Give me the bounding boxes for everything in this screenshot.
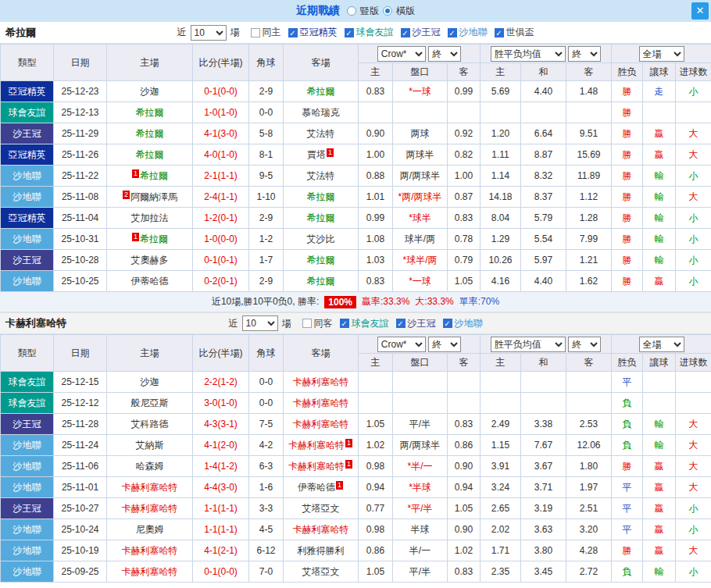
summary-text: 贏率:33.3% xyxy=(362,295,409,308)
euro-home-odds: 2.35 xyxy=(481,561,521,583)
odds-provider-select[interactable]: Crow* xyxy=(377,46,426,62)
team-name: 希拉爾 xyxy=(307,212,335,223)
checkbox-checked-icon[interactable]: ✓ xyxy=(396,319,406,328)
filter-checkbox[interactable]: ✓球會友誼 xyxy=(345,26,394,39)
filter-checkbox[interactable]: ✓沙地聯 xyxy=(443,317,483,330)
near-label: 近 xyxy=(229,317,238,330)
radio-vertical[interactable] xyxy=(347,6,356,16)
league-badge: 沙地聯 xyxy=(1,519,54,540)
euro-home-odds xyxy=(481,372,521,393)
filter-checkbox[interactable]: ✓世俱盃 xyxy=(495,26,534,39)
team-name: 艾法特 xyxy=(307,128,335,139)
summary-bar: 近10場,勝10平0负0, 勝率:100%贏率:33.3%大:33.3%單率:7… xyxy=(0,292,711,312)
filter-label[interactable]: 同客 xyxy=(314,317,333,330)
team-name: 艾奧赫多 xyxy=(131,255,169,265)
filter-label[interactable]: 同主 xyxy=(263,26,281,39)
filter-checkbox[interactable]: ✓沙王冠 xyxy=(396,317,436,330)
checkbox-checked-icon[interactable]: ✓ xyxy=(443,319,452,328)
filter-label[interactable]: 沙地聯 xyxy=(459,26,488,39)
result-handicap: 輸 xyxy=(643,561,676,583)
checkbox-unchecked-icon[interactable] xyxy=(302,319,312,328)
handicap-home-odds: 0.83 xyxy=(359,81,393,102)
euro-away-odds: 1.80 xyxy=(566,456,612,477)
recent-count-select[interactable]: 10 xyxy=(191,25,227,41)
euro-home-odds: 5.69 xyxy=(481,81,521,102)
checkbox-checked-icon[interactable]: ✓ xyxy=(345,28,354,37)
handicap-away-odds: 0.83 xyxy=(448,561,481,583)
corner-score: 6-12 xyxy=(249,540,284,561)
euro-draw-odds: 3.19 xyxy=(521,498,566,519)
euro-draw-odds: 6.64 xyxy=(521,123,566,144)
checkbox-checked-icon[interactable]: ✓ xyxy=(288,28,298,37)
home-team: 哈森姆 xyxy=(107,456,193,477)
euro-final-select[interactable]: 終 xyxy=(568,337,601,352)
radio-horizontal[interactable] xyxy=(383,6,392,16)
filter-checkbox[interactable]: 同主 xyxy=(251,26,281,39)
radio-horizontal-label[interactable]: 橫版 xyxy=(396,5,415,18)
corner-score: 0-0 xyxy=(249,102,284,123)
handicap-home-odds: 0.99 xyxy=(359,208,393,229)
filter-checkbox[interactable]: ✓亞冠精英 xyxy=(288,26,338,39)
recent-count-select[interactable]: 10 xyxy=(242,315,278,331)
filter-checkbox[interactable]: ✓球會友誼 xyxy=(340,317,389,330)
odds-provider-select[interactable]: Crow* xyxy=(377,337,426,352)
filter-label[interactable]: 亞冠精英 xyxy=(300,26,338,39)
filter-label[interactable]: 沙王冠 xyxy=(413,26,441,39)
result-outcome: 勝 xyxy=(612,144,643,166)
handicap-line: 半/一 xyxy=(393,540,448,561)
match-date: 25-10-19 xyxy=(54,540,107,561)
table-head: 類型 日期 主場 比分(半場) 角球 客場 Crow* 終 胜平负均值 終 全場… xyxy=(1,45,711,81)
filter-checkbox[interactable]: ✓沙地聯 xyxy=(448,26,488,39)
league-badge: 沙地聯 xyxy=(1,229,54,250)
close-icon[interactable]: ✕ xyxy=(691,2,709,20)
checkbox-checked-icon[interactable]: ✓ xyxy=(340,319,349,328)
result-goals: 小 xyxy=(676,498,711,519)
filter-checkbox[interactable]: 同客 xyxy=(302,317,333,330)
handicap-final-select[interactable]: 終 xyxy=(428,46,461,62)
euro-draw-odds: 3.80 xyxy=(521,540,566,561)
match-date: 25-11-01 xyxy=(54,477,107,498)
result-handicap: 走 xyxy=(643,81,676,102)
checkbox-checked-icon[interactable]: ✓ xyxy=(495,28,504,37)
filter-label[interactable]: 球會友誼 xyxy=(352,317,389,330)
match-row: 沙王冠25-11-29希拉爾4-1(3-0)5-8艾法特0.90两球0.921.… xyxy=(1,123,711,144)
match-row: 沙地聯25-11-06哈森姆1-4(1-2)6-3卡赫利塞哈特10.98*半/一… xyxy=(1,456,711,477)
checkbox-checked-icon[interactable]: ✓ xyxy=(448,28,457,37)
result-outcome: 負 xyxy=(612,561,643,583)
title-bar: 近期戰績 豎版 橫版 ✕ xyxy=(0,0,711,22)
result-handicap xyxy=(643,372,676,393)
radio-vertical-label[interactable]: 豎版 xyxy=(360,5,379,18)
filter-label[interactable]: 沙王冠 xyxy=(408,317,436,330)
result-handicap: 贏 xyxy=(643,498,676,519)
filter-label[interactable]: 世俱盃 xyxy=(506,26,534,39)
result-outcome: 勝 xyxy=(612,250,643,271)
filter-label[interactable]: 球會友誼 xyxy=(356,26,394,39)
fulltime-select[interactable]: 全場 xyxy=(639,337,684,352)
euro-avg-select[interactable]: 胜平负均值 xyxy=(491,46,566,62)
table-head: 類型 日期 主場 比分(半場) 角球 客場 Crow* 終 胜平负均值 終 全場… xyxy=(1,335,711,372)
corner-score: 2-9 xyxy=(249,208,284,229)
team-name: 艾法特 xyxy=(307,170,335,181)
fulltime-select[interactable]: 全場 xyxy=(639,46,684,62)
filter-checkbox[interactable]: ✓沙王冠 xyxy=(401,26,441,39)
handicap-final-select[interactable]: 終 xyxy=(428,337,461,352)
match-date: 25-12-13 xyxy=(54,102,107,123)
team-name: 尼奧姆 xyxy=(136,524,164,535)
away-team: 卡赫利塞哈特 xyxy=(284,414,359,435)
handicap-line: 两球半 xyxy=(393,144,448,166)
euro-avg-select[interactable]: 胜平负均值 xyxy=(491,337,566,352)
matches-table-2: 類型 日期 主場 比分(半場) 角球 客場 Crow* 終 胜平负均值 終 全場… xyxy=(0,334,711,583)
result-outcome: 勝 xyxy=(612,271,643,292)
match-row: 球會友誼25-12-15沙迦2-2(1-2)0-0卡赫利塞哈特平 xyxy=(1,372,711,393)
result-handicap xyxy=(643,393,676,414)
checkbox-checked-icon[interactable]: ✓ xyxy=(401,28,410,37)
euro-final-select[interactable]: 終 xyxy=(568,46,601,62)
subcol-eu-away: 客 xyxy=(566,354,612,372)
team-name: 艾塔亞文 xyxy=(302,503,340,514)
result-outcome: 勝 xyxy=(612,166,643,187)
league-badge: 沙王冠 xyxy=(1,414,54,435)
checkbox-unchecked-icon[interactable] xyxy=(251,28,260,37)
filter-label[interactable]: 沙地聯 xyxy=(455,317,483,330)
match-date: 25-11-06 xyxy=(54,456,107,477)
team-name: 阿爾納澤馬 xyxy=(130,191,177,202)
